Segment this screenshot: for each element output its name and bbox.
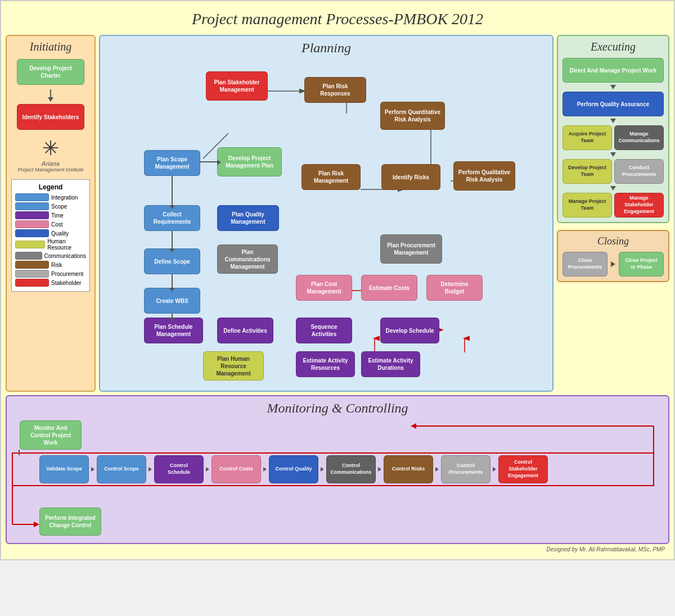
- plan-hr-box: Plan Human Resource Management: [203, 351, 264, 381]
- monitor-control-box: Monitor And Control Project Work: [20, 420, 82, 450]
- legend-quality: Quality: [15, 229, 86, 237]
- initiating-title: Initiating: [30, 40, 71, 53]
- control-schedule-monitor-box: Control Schedule: [154, 455, 204, 483]
- exec-arrow1: [562, 85, 664, 89]
- logo-name: Ariana: [17, 160, 83, 167]
- quality-color: [15, 229, 49, 237]
- stakeholder-color: [15, 279, 49, 287]
- monitoring-panel: Monitoring & Controlling Monitor And Con…: [6, 395, 669, 544]
- m-arrow6: [378, 467, 381, 472]
- m-arrow8: [493, 467, 496, 472]
- arrow1: [169, 205, 175, 209]
- closing-arrow: [611, 261, 615, 267]
- legend-cost: Cost: [15, 220, 86, 228]
- arrow5: [217, 160, 221, 165]
- line4: [172, 314, 173, 318]
- control-stakeholder-monitor-box: Control Stakeholder Engagement: [498, 455, 548, 483]
- identify-risks-box: Identify Risks: [381, 164, 440, 190]
- executing-grid: Direct And Manage Project Work Perform Q…: [562, 58, 664, 218]
- legend-stakeholder: Stakeholder: [15, 279, 86, 287]
- footer: Designed by Mr. Ali Rahmatitavakal, MSc,…: [6, 544, 669, 555]
- exec-arrow4: [562, 186, 664, 191]
- control-quality-monitor-box: Control Quality: [269, 455, 318, 483]
- plan-scope-box: Plan Scope Management: [144, 150, 200, 176]
- plan-quality-box: Plan Quality Management: [217, 205, 279, 231]
- control-risks-monitor-box: Control Risks: [384, 455, 433, 483]
- initiating-panel: Initiating Develop Project Charter Ident…: [6, 35, 96, 392]
- close-procurements-box: Close Procurements: [562, 252, 608, 277]
- cost-color: [15, 220, 49, 228]
- monitoring-inner: Monitor And Control Project Work Validat…: [11, 420, 664, 538]
- develop-schedule-box: Develop Schedule: [380, 318, 439, 343]
- closing-row: Close Procurements Close Project or Phas…: [562, 252, 664, 277]
- logo-subtitle: Project Management Institute: [17, 167, 83, 173]
- legend-title: Legend: [15, 183, 86, 191]
- logo-area: ✳ Ariana Project Management Institute: [17, 137, 83, 173]
- line1: [172, 176, 173, 205]
- perform-integrated-box: Perform Integrated Change Control: [39, 508, 101, 536]
- close-project-box: Close Project or Phase: [619, 252, 664, 277]
- m-arrow4: [263, 467, 267, 472]
- top-section: Initiating Develop Project Charter Ident…: [6, 35, 669, 392]
- mc-line1: [19, 450, 20, 455]
- arrow2: [169, 248, 175, 252]
- planning-inner: Plan Stakeholder Management Plan Risk Re…: [105, 60, 548, 386]
- exec-row-3: Acquire Project Team Manage Communicatio…: [562, 125, 664, 150]
- legend-integration: Integration: [15, 193, 86, 201]
- identify-stakeholders-box: Identify Stakeholders: [17, 104, 84, 130]
- line3: [172, 274, 173, 288]
- risk-color: [15, 261, 49, 269]
- planning-panel: Planning: [99, 35, 554, 392]
- arrow3: [169, 288, 175, 292]
- exec-arrow2: [562, 119, 664, 123]
- control-scope-monitor-box: Control Scope: [97, 455, 146, 483]
- plan-risk-mgmt-box: Plan Risk Management: [302, 164, 361, 190]
- closing-panel: Closing Close Procurements Close Project…: [557, 230, 669, 282]
- legend-comms: Communications: [15, 252, 86, 260]
- legend-hr: Human Resource: [15, 238, 86, 251]
- control-comms-monitor-box: Control Communications: [326, 455, 376, 483]
- scope-color: [15, 202, 49, 210]
- develop-charter-box: Develop Project Charter: [17, 59, 84, 85]
- plan-cost-box: Plan Cost Management: [296, 275, 352, 301]
- develop-team-exec-box: Develop Project Team: [562, 159, 612, 184]
- line2: [172, 231, 173, 248]
- procurement-color: [15, 270, 49, 278]
- legend-scope: Scope: [15, 202, 86, 210]
- line5: [200, 161, 217, 162]
- plan-comms-box: Plan Communications Management: [217, 244, 278, 274]
- legend-box: Legend Integration Scope Time Cost: [11, 179, 90, 292]
- hr-color: [15, 241, 45, 248]
- develop-pm-plan-box: Develop Project Management Plan: [217, 147, 282, 176]
- define-activities-box: Define Activities: [217, 318, 273, 343]
- planning-title: Planning: [105, 40, 548, 56]
- monitoring-title: Monitoring & Controlling: [11, 401, 664, 416]
- svg-marker-20: [411, 423, 416, 429]
- monitoring-row: Validate Scope Control Scope Control Sch…: [39, 455, 548, 483]
- control-procurements-monitor-box: Control Procurements: [441, 455, 490, 483]
- estimate-costs-box: Estimate Costs: [361, 275, 417, 301]
- exec-arrow3: [562, 152, 664, 157]
- m-arrow7: [435, 467, 439, 472]
- determine-budget-box: Determine Budget: [426, 275, 483, 301]
- m-arrow1: [91, 467, 94, 472]
- manage-project-team-exec-box: Manage Project Team: [562, 193, 612, 218]
- plan-stakeholder-box: Plan Stakeholder Management: [206, 71, 268, 101]
- direct-manage-exec-box: Direct And Manage Project Work: [562, 58, 664, 83]
- legend-risk: Risk: [15, 261, 86, 269]
- m-arrow2: [148, 467, 152, 472]
- integration-color: [15, 193, 49, 201]
- manage-comms-exec-box: Manage Communications: [614, 125, 664, 150]
- estimate-activity-durations-box: Estimate Activity Durations: [361, 351, 420, 377]
- exec-row-7: Manage Project Team Manage Stakeholder E…: [562, 193, 664, 218]
- perform-quality-exec-box: Perform Quality Assurance: [562, 92, 664, 116]
- right-column: Executing Direct And Manage Project Work…: [557, 35, 669, 392]
- main-wrapper: Project management Processes-PMBOK 2012 …: [0, 0, 675, 560]
- conduct-procurements-exec-box: Conduct Procurements: [614, 159, 664, 184]
- perform-quant-risk-box: Perform Quantitative Risk Analysis: [380, 102, 445, 130]
- control-costs-monitor-box: Control Costs: [212, 455, 261, 483]
- acquire-team-exec-box: Acquire Project Team: [562, 125, 612, 150]
- executing-title: Executing: [562, 40, 664, 53]
- comms-color: [15, 252, 42, 260]
- manage-stakeholder-exec-box: Manage Stakeholder Engagement: [614, 193, 664, 218]
